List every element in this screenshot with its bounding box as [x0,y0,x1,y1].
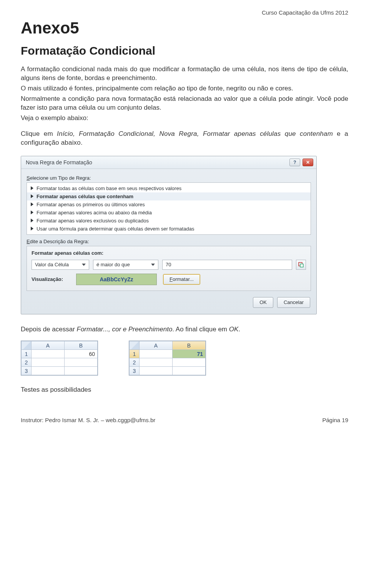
rule-item-0[interactable]: Formatar todas as células com base em se… [27,184,311,192]
dialog-title: Nova Regra de Formatação [26,159,92,165]
rule-item-5[interactable]: Usar uma fórmula para determinar quais c… [27,225,311,233]
cell-b3[interactable] [173,367,206,375]
col-header-b[interactable]: B [65,341,98,350]
preview-box: AaBbCcYyZz [76,274,157,285]
rule-item-3[interactable]: Formatar apenas valores acima ou abaixo … [27,209,311,217]
col-header-b[interactable]: B [173,341,206,350]
help-button[interactable]: ? [289,159,300,166]
triangle-icon [31,219,33,222]
cell-a2[interactable] [32,358,65,367]
range-selector-button[interactable] [296,260,306,270]
value-input[interactable]: 70 [162,260,292,270]
row-header-3[interactable]: 3 [22,367,32,375]
paragraph-4: Veja o exemplo abaixo: [21,114,348,123]
chevron-down-icon [82,264,86,266]
format-only-cells-with-label: Formatar apenas células com: [32,250,306,256]
svg-rect-1 [300,264,303,267]
col-header-a[interactable]: A [32,341,65,350]
cell-b1[interactable]: 60 [65,350,98,358]
preview-label: Visualização: [32,276,70,282]
row-header-2[interactable]: 2 [22,358,32,367]
cancel-button[interactable]: Cancelar [277,297,310,308]
page-title-h1: Anexo5 [21,19,348,37]
cell-b1[interactable]: 71 [173,350,206,358]
paragraph-1: A formatação condicional nada mais do qu… [21,65,348,83]
cell-a2[interactable] [140,358,173,367]
range-selector-icon [298,262,304,267]
select-all-corner[interactable] [22,341,32,350]
triangle-icon [31,210,33,214]
ok-button[interactable]: OK [253,297,273,308]
format-button[interactable]: Formatar... [163,274,200,285]
chevron-down-icon [151,264,155,266]
triangle-icon [31,194,33,198]
rule-item-1[interactable]: Formatar apenas células que contenham [27,192,311,200]
cell-b2[interactable] [173,358,206,367]
rule-type-list[interactable]: Formatar todas as células com base em se… [27,182,311,235]
page-title-h2: Formatação Condicional [21,44,348,57]
row-header-3[interactable]: 3 [130,367,140,375]
comparison-combo[interactable]: é maior do que [93,260,158,270]
final-line: Testes as possibilidades [21,386,348,394]
cell-a3[interactable] [32,367,65,375]
paragraph-2: O mais utilizado é fontes, principalment… [21,84,348,93]
course-header: Curso Capacitação da Ufms 2012 [21,9,348,16]
row-header-1[interactable]: 1 [22,350,32,358]
triangle-icon [31,227,33,231]
spreadsheet-left: A B 1 60 2 3 [21,341,98,376]
footer-left: Instrutor: Pedro Ismar M. S. Jr. – web.c… [21,417,155,423]
spreadsheet-right: A B 1 71 2 3 [129,341,206,376]
cell-b2[interactable] [65,358,98,367]
col-header-a[interactable]: A [140,341,173,350]
row-header-2[interactable]: 2 [130,358,140,367]
cell-b3[interactable] [65,367,98,375]
triangle-icon [31,186,33,190]
rule-item-2[interactable]: Formatar apenas os primeiros ou últimos … [27,200,311,209]
dialog-window: Nova Regra de Formatação ? ✕ Selecione u… [21,156,317,314]
triangle-icon [31,202,33,206]
edit-rule-description-label: Edite a Descrição da Regra: [27,239,311,244]
after-dialog-text: Depois de acessar Formatar..., cor e Pre… [21,325,348,334]
rule-description-panel: Formatar apenas células com: Valor da Cé… [27,246,311,291]
cell-value-combo[interactable]: Valor da Célula [32,260,89,270]
dialog-titlebar: Nova Regra de Formatação ? ✕ [21,156,316,169]
cell-a1[interactable] [140,350,173,358]
cell-a3[interactable] [140,367,173,375]
footer-right: Página 19 [322,417,348,423]
cell-a1[interactable] [32,350,65,358]
rule-item-4[interactable]: Formatar apenas valores exclusivos ou du… [27,217,311,225]
select-rule-type-label: Selecione um Tipo de Regra: [27,175,311,181]
select-all-corner[interactable] [130,341,140,350]
row-header-1[interactable]: 1 [130,350,140,358]
paragraph-5: Clique em Início, Formatação Condicional… [21,130,348,147]
paragraph-3: Normalmente a condição para nova formata… [21,95,348,112]
close-button[interactable]: ✕ [303,159,313,166]
